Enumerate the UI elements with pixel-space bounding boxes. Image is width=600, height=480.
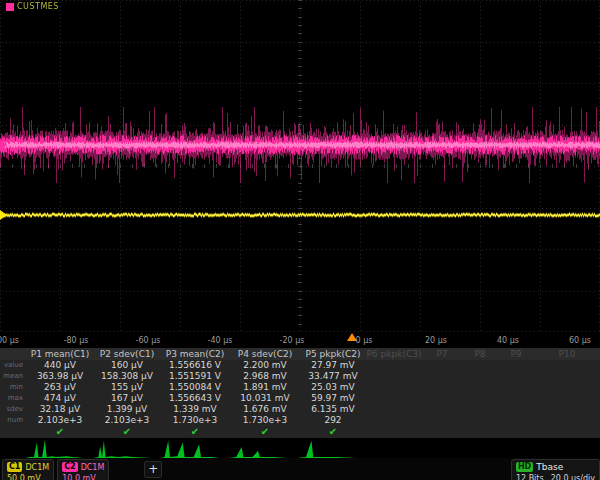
channel-color-chip xyxy=(6,3,14,11)
measure-value: 363.98 µV xyxy=(26,371,94,382)
measure-value xyxy=(422,415,462,426)
measure-value: 292 xyxy=(300,415,366,426)
tbase-scale: 20.0 µs/div xyxy=(551,474,595,480)
measure-value: 33.477 mV xyxy=(300,371,366,382)
time-label: -20 µs xyxy=(280,336,305,345)
histicon-strip xyxy=(0,438,600,458)
timebase-descriptor[interactable]: HD Tbase 12 Bits 20.0 µs/div xyxy=(511,459,600,480)
measure-row: ✔✔✔✔✔ xyxy=(0,426,600,438)
measure-value xyxy=(534,360,600,371)
histicon-p4[interactable] xyxy=(226,438,290,458)
measure-value: 6.135 mV xyxy=(300,404,366,415)
measure-value xyxy=(534,415,600,426)
measure-value xyxy=(498,393,534,404)
measure-header[interactable]: P8 xyxy=(462,348,498,360)
oscilloscope-screen: CUSTMES -100 µs-80 µs-60 µs-40 µs-20 µs0… xyxy=(0,0,600,480)
measure-value: 167 µV xyxy=(94,393,160,404)
waveform-canvas[interactable] xyxy=(0,0,600,332)
measure-value: 1.550084 V xyxy=(160,382,230,393)
measure-value xyxy=(422,360,462,371)
measure-value xyxy=(498,415,534,426)
measure-header[interactable]: P7 xyxy=(422,348,462,360)
measure-value xyxy=(462,360,498,371)
measure-header[interactable]: P2 sdev(C1) xyxy=(94,348,160,360)
histicon-p1[interactable] xyxy=(22,438,86,458)
measure-row: num2.103e+32.103e+31.730e+31.730e+3292 xyxy=(0,415,600,426)
measure-value xyxy=(534,371,600,382)
measure-value: 474 µV xyxy=(26,393,94,404)
time-label: -100 µs xyxy=(0,336,19,345)
measure-status: ✔ xyxy=(26,426,94,438)
measure-header[interactable]: P1 mean(C1) xyxy=(26,348,94,360)
descriptor-bar: C1 DC1M 50.0 mV C2 DC1M 10.0 mV + HD Tba… xyxy=(0,458,600,480)
measure-status: ✔ xyxy=(230,426,300,438)
histicon-p2[interactable] xyxy=(90,438,154,458)
tbase-bits: 12 Bits xyxy=(516,474,544,480)
histicon-p3[interactable] xyxy=(158,438,222,458)
c2-offset-marker[interactable] xyxy=(0,140,7,150)
row-label: min xyxy=(0,382,26,393)
measure-row: max474 µV167 µV1.556643 V10.031 mV59.97 … xyxy=(0,393,600,404)
measure-value: 1.339 mV xyxy=(160,404,230,415)
measure-status: ✔ xyxy=(160,426,230,438)
measure-status xyxy=(366,426,422,438)
measure-value xyxy=(498,404,534,415)
measure-value xyxy=(462,371,498,382)
measure-value xyxy=(422,382,462,393)
row-label: max xyxy=(0,393,26,404)
c2-scale: 10.0 mV xyxy=(62,474,104,480)
c1-offset-marker[interactable] xyxy=(0,210,7,220)
measure-header[interactable]: P9 xyxy=(498,348,534,360)
measure-value xyxy=(534,382,600,393)
measure-value: 59.97 mV xyxy=(300,393,366,404)
measure-header[interactable]: P10 xyxy=(534,348,600,360)
measure-value: 2.968 mV xyxy=(230,371,300,382)
measure-row: mean363.98 µV158.308 µV1.551591 V2.968 m… xyxy=(0,371,600,382)
measure-value xyxy=(366,415,422,426)
measure-value: 1.556643 V xyxy=(160,393,230,404)
measure-value: 2.200 mV xyxy=(230,360,300,371)
add-trace-button[interactable]: + xyxy=(144,461,162,478)
measure-table: P1 mean(C1)P2 sdev(C1)P3 mean(C2)P4 sdev… xyxy=(0,348,600,438)
measure-status: ✔ xyxy=(94,426,160,438)
c1-descriptor[interactable]: C1 DC1M 50.0 mV xyxy=(2,459,54,480)
measure-value xyxy=(366,371,422,382)
c1-coupling: DC1M xyxy=(25,463,49,472)
measure-header[interactable]: P5 pkpk(C2) xyxy=(300,348,366,360)
c1-scale: 50.0 mV xyxy=(7,474,49,480)
waveform-grid[interactable] xyxy=(0,0,600,332)
measure-value: 25.03 mV xyxy=(300,382,366,393)
top-status: CUSTMES xyxy=(6,2,59,11)
measure-value: 1.551591 V xyxy=(160,371,230,382)
measure-status xyxy=(462,426,498,438)
measure-header[interactable]: P6 pkpk(C3) xyxy=(366,348,422,360)
top-status-label: CUSTMES xyxy=(17,2,59,11)
measure-value xyxy=(462,393,498,404)
measure-value xyxy=(366,393,422,404)
measure-value xyxy=(498,360,534,371)
measure-value: 1.730e+3 xyxy=(230,415,300,426)
row-label: value xyxy=(0,360,26,371)
measure-value: 1.676 mV xyxy=(230,404,300,415)
measure-value xyxy=(366,360,422,371)
measure-value xyxy=(366,404,422,415)
histicon-p5[interactable] xyxy=(294,438,358,458)
measure-value: 2.103e+3 xyxy=(26,415,94,426)
measure-value xyxy=(534,404,600,415)
measure-header[interactable]: P3 mean(C2) xyxy=(160,348,230,360)
measure-value: 440 µV xyxy=(26,360,94,371)
row-label: num xyxy=(0,415,26,426)
time-label: 60 µs xyxy=(569,336,591,345)
c2-descriptor[interactable]: C2 DC1M 10.0 mV xyxy=(57,459,109,480)
time-label: 0 µs xyxy=(356,336,373,345)
measure-value: 10.031 mV xyxy=(230,393,300,404)
measure-value xyxy=(498,382,534,393)
measure-value xyxy=(534,393,600,404)
measure-row: P1 mean(C1)P2 sdev(C1)P3 mean(C2)P4 sdev… xyxy=(0,348,600,360)
measure-value xyxy=(462,404,498,415)
measure-value: 160 µV xyxy=(94,360,160,371)
measure-status xyxy=(422,426,462,438)
measure-header[interactable]: P4 sdev(C2) xyxy=(230,348,300,360)
measure-value: 32.18 µV xyxy=(26,404,94,415)
measure-row: min263 µV155 µV1.550084 V1.891 mV25.03 m… xyxy=(0,382,600,393)
